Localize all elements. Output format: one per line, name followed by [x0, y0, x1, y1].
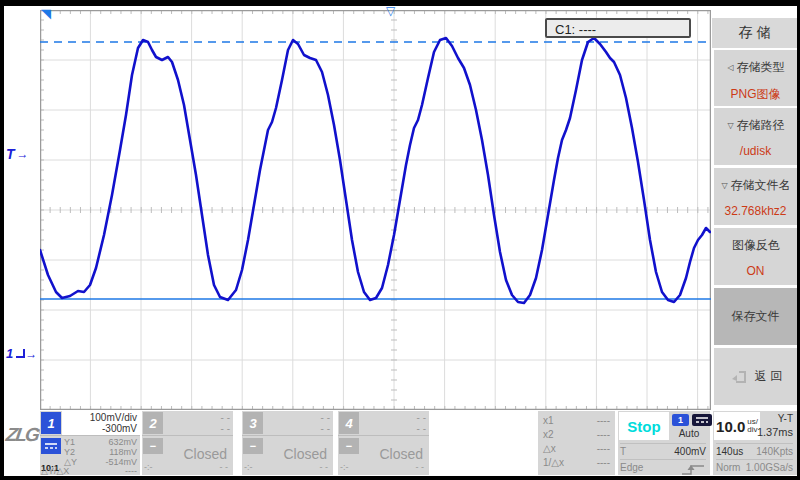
- coupling-badge: −: [243, 438, 263, 454]
- submenu-down-icon: ▽: [721, 181, 727, 190]
- trigger-info-box[interactable]: Stop 1 Auto T 400mV Edge: [618, 411, 710, 475]
- menu-item-storage-path[interactable]: ▽ 存储路径 /udisk: [714, 108, 797, 165]
- timebase-scale: 10.0 us/ div: [714, 412, 760, 440]
- cursor-value: ----: [597, 428, 610, 442]
- measure-label: △Y/△X: [41, 467, 69, 476]
- trigger-type: Edge: [620, 462, 643, 476]
- trigger-source-badge: 1: [672, 414, 689, 426]
- graticule: [40, 10, 711, 410]
- cursor-readout-box: C1: ----: [545, 18, 691, 38]
- cursor-label: x1: [543, 414, 554, 428]
- trigger-mode: Auto: [672, 428, 706, 439]
- channel2-offset: - -: [164, 423, 230, 434]
- measure-label: Y2: [64, 448, 75, 457]
- submenu-left-icon: ◁: [727, 63, 733, 72]
- frame-top: [0, 0, 800, 6]
- channel1-info-box[interactable]: 1 100mV/div -300mV 10:1 Y1 632mV: [40, 411, 140, 475]
- channel4-extra: - -: [416, 462, 425, 472]
- channel4-probe: -:-: [340, 462, 349, 472]
- menu-item-value: PNG图像: [714, 78, 797, 103]
- coupling-badge: −: [339, 438, 359, 454]
- cursor-value: ----: [597, 414, 610, 428]
- pretrigger-marker-icon[interactable]: ◥: [41, 7, 51, 20]
- menu-item-value: 32.768khz2: [714, 196, 797, 218]
- measure-value: ----: [125, 467, 137, 476]
- menu-title: 存 储: [712, 18, 797, 48]
- menu-item-storage-type[interactable]: ◁ 存储类型 PNG图像: [714, 50, 797, 106]
- channel1-ground-label: 1: [6, 346, 13, 361]
- measure-value: 118mV: [109, 448, 137, 457]
- channel2-status: Closed: [166, 446, 227, 462]
- dc-coupling-icon: [41, 438, 61, 454]
- channel2-extra: - -: [220, 462, 229, 472]
- channel2-badge: 2: [143, 412, 163, 434]
- menu-item-label: 图像反色: [732, 237, 780, 254]
- oscilloscope-screen: ◥ ▽ T → 1 → C1: ---- 存 储 ◁ 存储类型 PNG图像 ▽ …: [0, 0, 800, 480]
- menu-item-label: 存储文件名: [731, 177, 791, 194]
- frame-bottom: [0, 476, 800, 480]
- channel2-info-box[interactable]: 2 - - - - − Closed -:- - -: [142, 411, 233, 475]
- menu-item-return[interactable]: 返 回: [714, 348, 797, 405]
- menu-item-label: 存储路径: [737, 117, 785, 134]
- channel3-status: Closed: [266, 446, 327, 462]
- channel3-info-box[interactable]: 3 - - - - − Closed -:- - -: [242, 411, 333, 475]
- menu-item-value: ON: [714, 256, 797, 278]
- channel3-probe: -:-: [244, 462, 253, 472]
- cursor-x-readout-box: x1---- x2---- △x---- 1/△x----: [538, 411, 615, 475]
- display-mode: Y-T: [778, 413, 793, 424]
- channel3-offset: - -: [264, 423, 330, 434]
- trigger-delay: 1.37ms: [757, 426, 793, 438]
- trigger-coupling-icon: [692, 414, 712, 426]
- rising-edge-icon: [680, 463, 706, 476]
- cursor-label: x2: [543, 428, 554, 442]
- menu-item-image-invert[interactable]: 图像反色 ON: [714, 228, 797, 285]
- timebase-info-box[interactable]: 10.0 us/ div Y-T 1.37ms 140us 140Kpts No…: [713, 411, 797, 475]
- return-arrow-icon: [729, 370, 747, 384]
- trigger-level-value: 400mV: [674, 446, 706, 457]
- menu-item-value: /udisk: [714, 136, 797, 158]
- status-bar: ZLG® 1 100mV/div -300mV 10:1: [0, 410, 800, 476]
- channel3-badge: 3: [243, 412, 263, 434]
- channel3-scale: - -: [264, 412, 330, 423]
- menu-item-label: 存储类型: [737, 59, 785, 76]
- measure-value: 632mV: [108, 438, 137, 447]
- channel1-badge: 1: [41, 412, 61, 434]
- menu-item-save-file[interactable]: 保存文件: [714, 288, 797, 345]
- right-arrow-icon: →: [17, 147, 28, 161]
- frame-left: [0, 0, 4, 480]
- measure-label: Y1: [64, 438, 75, 447]
- menu-item-label: 返 回: [755, 368, 782, 385]
- cursor-value: ----: [597, 442, 610, 456]
- capture-window: 140us: [716, 446, 743, 457]
- submenu-down-icon: ▽: [727, 121, 733, 130]
- channel1-ground-marker[interactable]: 1 →: [6, 346, 38, 361]
- trigger-level-label: T: [6, 146, 15, 162]
- coupling-badge: −: [143, 438, 163, 454]
- channel2-scale: - -: [164, 412, 230, 423]
- channel4-scale: - -: [360, 412, 426, 423]
- save-menu-panel: 存 储 ◁ 存储类型 PNG图像 ▽ 存储路径 /udisk ▽ 存储文件名 3…: [712, 6, 797, 476]
- channel2-probe: -:-: [144, 462, 153, 472]
- trigger-level-label: T: [620, 446, 626, 457]
- channel4-info-box[interactable]: 4 - - - - − Closed -:- - -: [338, 411, 429, 475]
- trigger-level-marker[interactable]: T →: [6, 146, 38, 162]
- channel4-status: Closed: [362, 446, 423, 462]
- channel4-offset: - -: [360, 423, 426, 434]
- run-state-indicator[interactable]: Stop: [619, 412, 669, 440]
- menu-item-file-name[interactable]: ▽ 存储文件名 32.768khz2: [714, 168, 797, 225]
- channel1-scale: 100mV/div: [62, 412, 137, 423]
- memory-depth: 140Kpts: [756, 446, 793, 457]
- right-arrow-icon: →: [25, 347, 36, 361]
- waveform-display: [40, 10, 711, 410]
- channel4-badge: 4: [339, 412, 359, 434]
- cursor-value: ----: [597, 456, 610, 470]
- ground-icon: [16, 349, 25, 358]
- sample-rate: 1.00GSa/s: [746, 462, 793, 473]
- menu-item-label: 保存文件: [732, 308, 780, 325]
- channel3-extra: - -: [320, 462, 329, 472]
- channel1-offset: -300mV: [62, 423, 137, 434]
- cursor-label: △x: [543, 442, 556, 456]
- acquisition-mode: Norm: [716, 462, 740, 473]
- cursor-label: 1/△x: [543, 456, 564, 470]
- trigger-position-marker-icon[interactable]: ▽: [386, 5, 395, 17]
